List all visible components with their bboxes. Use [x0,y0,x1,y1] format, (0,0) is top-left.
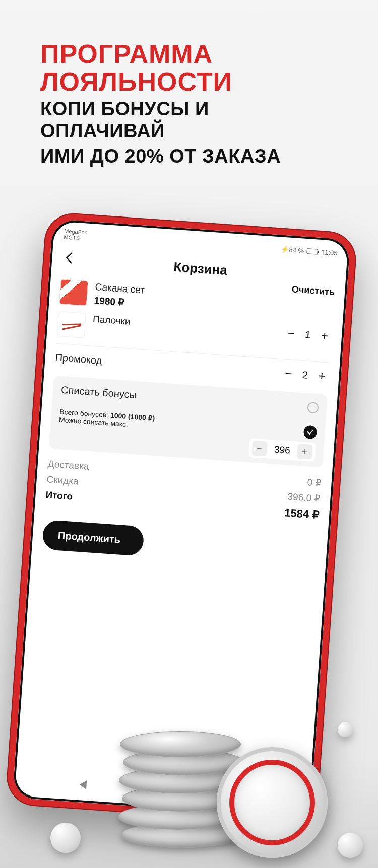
delivery-label: Доставка [47,458,89,473]
continue-button[interactable]: Продолжить [42,520,145,556]
item-thumb-sticks [57,311,86,338]
bonus-minus[interactable]: − [251,440,268,456]
qty-plus[interactable]: + [317,328,332,343]
bonus-title: Списать бонусы [60,384,137,401]
qty-minus[interactable]: − [284,326,299,341]
coin-ring [229,760,315,845]
totals: Доставка 0 ₽ Скидка 396.0 ₽ Итого 1584 ₽ [45,456,322,529]
qty-plus[interactable]: + [314,369,329,384]
qty-minus[interactable]: − [281,366,296,381]
discount-label: Скидка [46,474,79,487]
bonus-plus[interactable]: + [297,444,313,460]
decorative-ball [50,823,81,853]
promo-title-2: ЛОЯЛЬНОСТИ [40,68,338,96]
carrier-2: MGTS [64,234,87,241]
final-label: Итого [45,489,73,504]
promo-sub-1: КОПИ БОНУСЫ И ОПЛАЧИВАЙ [40,98,338,142]
promo-sub-2: ИМИ ДО 20% ОТ ЗАКАЗА [40,146,338,168]
status-right: ⚡84 % 11:05 [281,245,338,257]
bonus-max-label: Можно списать макс. [59,416,317,442]
delivery-value: 0 ₽ [307,476,322,489]
bonus-stepper: − 396 + [248,438,316,462]
qty-value: 2 [300,369,310,381]
bonus-title-row: Списать бонусы [60,384,319,414]
battery-pct: ⚡84 % [281,245,304,254]
bonus-info: Всего бонусов: 1000 (1000 ₽) Можно списа… [59,408,318,442]
qty-value: 1 [303,329,313,341]
decorative-ball [338,833,363,858]
final-value: 1584 ₽ [284,506,320,522]
discount-value: 396.0 ₽ [287,491,321,504]
promo-header: ПРОГРАММА ЛОЯЛЬНОСТИ КОПИ БОНУСЫ И ОПЛАЧ… [0,0,378,182]
promo-title-1: ПРОГРАММА [40,40,338,68]
coin [120,731,241,757]
bonus-value: 396 [271,444,293,456]
coin-front [217,747,328,858]
battery-icon [307,248,319,255]
item-thumb-sushi [59,279,88,306]
status-time: 11:05 [321,248,338,257]
bonus-radio[interactable] [307,401,319,413]
nav-back-icon[interactable] [79,780,87,789]
cart-area: Сакана сет 1980 ₽ − 1 + Палочки − 2 + П [33,273,347,529]
status-carriers: MegaFon MGTS [64,228,88,241]
bonus-block: Списать бонусы Всего бонусов: 1000 (1000… [49,376,328,468]
decorative-ball [338,722,353,737]
